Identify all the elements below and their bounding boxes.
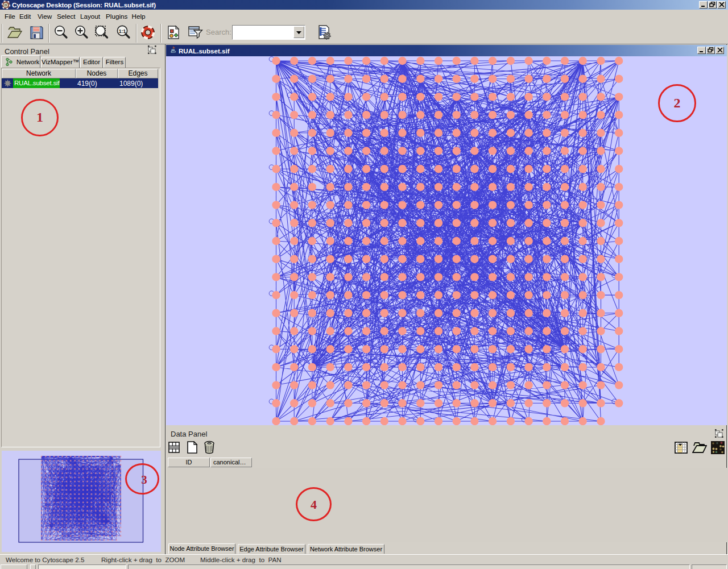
svg-text:1:1: 1:1 <box>119 28 126 34</box>
